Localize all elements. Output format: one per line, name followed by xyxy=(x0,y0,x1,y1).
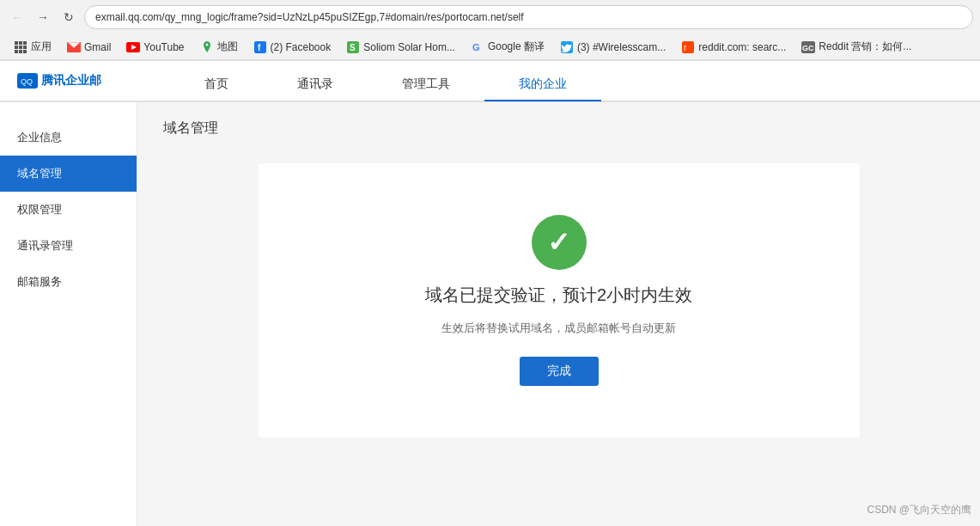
bookmark-youtube-label: YouTube xyxy=(143,41,184,53)
twitter-icon xyxy=(560,40,574,54)
success-subtitle: 生效后将替换试用域名，成员邮箱帐号自动更新 xyxy=(441,321,676,336)
logo-icon: QQ xyxy=(17,73,38,89)
apps-icon xyxy=(14,40,27,54)
back-button[interactable]: ← xyxy=(7,7,27,28)
nav-home[interactable]: 首页 xyxy=(170,68,263,101)
sidebar: 企业信息 域名管理 权限管理 通讯录管理 邮箱服务 xyxy=(0,102,137,526)
browser-chrome: ← → ↻ 应用 Gmail YouTube xyxy=(0,0,980,61)
youtube-icon xyxy=(126,40,140,54)
svg-text:G: G xyxy=(472,42,480,52)
bookmark-google-translate-label: Google 翻译 xyxy=(488,40,545,54)
bookmark-youtube[interactable]: YouTube xyxy=(119,39,191,56)
bookmark-maps-label: 地图 xyxy=(217,40,238,54)
forward-button[interactable]: → xyxy=(33,7,53,28)
svg-text:GC: GC xyxy=(802,44,814,52)
maps-icon xyxy=(200,40,214,54)
svg-rect-8 xyxy=(23,50,27,53)
checkmark-icon: ✓ xyxy=(547,226,570,259)
page-title: 域名管理 xyxy=(163,119,954,138)
app-logo: QQ 腾讯企业邮 xyxy=(17,73,101,95)
success-title: 域名已提交验证，预计2小时内生效 xyxy=(425,284,692,307)
refresh-button[interactable]: ↻ xyxy=(58,7,79,28)
nav-admin-tools[interactable]: 管理工具 xyxy=(368,68,484,101)
reddit-search-icon: r xyxy=(681,40,695,54)
watermark: CSDN @飞向天空的鹰 xyxy=(867,503,971,517)
reddit-marketing-icon: GC xyxy=(801,40,815,54)
svg-rect-1 xyxy=(19,41,22,45)
bookmarks-bar: 应用 Gmail YouTube 地图 f (2) Facebook xyxy=(0,34,980,60)
bookmark-facebook[interactable]: f (2) Facebook xyxy=(247,39,338,56)
address-bar[interactable] xyxy=(84,5,973,29)
svg-rect-4 xyxy=(19,46,22,49)
svg-rect-3 xyxy=(15,46,18,49)
main-container: 企业信息 域名管理 权限管理 通讯录管理 邮箱服务 域名管理 ✓ 域名已提交验证… xyxy=(0,102,980,526)
soliom-icon: S xyxy=(346,40,360,54)
svg-rect-0 xyxy=(15,41,18,45)
facebook-icon: f xyxy=(253,40,267,54)
sidebar-item-mailbox-service[interactable]: 邮箱服务 xyxy=(0,264,137,300)
complete-button[interactable]: 完成 xyxy=(520,357,599,386)
bookmark-apps-label: 应用 xyxy=(31,40,52,54)
nav-contacts[interactable]: 通讯录 xyxy=(263,68,368,101)
sidebar-item-contacts-mgmt[interactable]: 通讯录管理 xyxy=(0,228,137,264)
svg-rect-5 xyxy=(23,46,27,49)
bookmark-twitter-label: (3) #Wirelesscam... xyxy=(577,41,666,53)
bookmark-soliom-label: Soliom Solar Hom... xyxy=(363,41,455,53)
bookmark-reddit-search[interactable]: r reddit.com: searc... xyxy=(674,39,793,56)
sidebar-item-domain-mgmt[interactable]: 域名管理 xyxy=(0,156,137,192)
bookmark-gmail-label: Gmail xyxy=(84,41,111,53)
bookmark-reddit-search-label: reddit.com: searc... xyxy=(698,41,786,53)
logo-text: 腾讯企业邮 xyxy=(41,73,101,89)
content-area: 域名管理 ✓ 域名已提交验证，预计2小时内生效 生效后将替换试用域名，成员邮箱帐… xyxy=(137,102,980,526)
svg-text:S: S xyxy=(350,43,356,52)
main-nav: 首页 通讯录 管理工具 我的企业 xyxy=(170,68,601,101)
browser-toolbar: ← → ↻ xyxy=(0,0,980,34)
svg-rect-7 xyxy=(19,50,22,53)
svg-rect-2 xyxy=(23,41,27,45)
bookmark-facebook-label: (2) Facebook xyxy=(271,41,332,53)
bookmark-soliom[interactable]: S Soliom Solar Hom... xyxy=(339,39,462,56)
app-header: QQ 腾讯企业邮 首页 通讯录 管理工具 我的企业 xyxy=(0,61,980,102)
svg-rect-6 xyxy=(15,50,18,53)
bookmark-twitter[interactable]: (3) #Wirelesscam... xyxy=(553,39,673,56)
success-card: ✓ 域名已提交验证，预计2小时内生效 生效后将替换试用域名，成员邮箱帐号自动更新… xyxy=(259,163,860,437)
bookmark-gmail[interactable]: Gmail xyxy=(60,39,118,56)
gmail-icon xyxy=(67,40,81,54)
bookmark-apps[interactable]: 应用 xyxy=(7,38,58,56)
bookmark-google-translate[interactable]: G Google 翻译 xyxy=(464,38,551,56)
success-icon-circle: ✓ xyxy=(532,215,587,270)
nav-my-company[interactable]: 我的企业 xyxy=(484,68,601,101)
svg-text:QQ: QQ xyxy=(21,77,33,86)
header-top: QQ 腾讯企业邮 首页 通讯录 管理工具 我的企业 xyxy=(0,61,980,101)
sidebar-item-permission-mgmt[interactable]: 权限管理 xyxy=(0,192,137,228)
bookmark-reddit-marketing-label: Reddit 营销：如何... xyxy=(819,40,911,54)
bookmark-maps[interactable]: 地图 xyxy=(193,38,245,56)
sidebar-item-company-info[interactable]: 企业信息 xyxy=(0,119,137,156)
bookmark-reddit-marketing[interactable]: GC Reddit 营销：如何... xyxy=(794,38,918,56)
google-translate-icon: G xyxy=(471,40,484,54)
